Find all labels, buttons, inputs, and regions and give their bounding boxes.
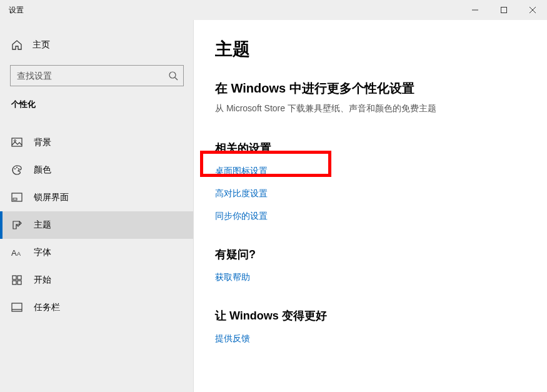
- content: 主题 在 Windows 中进行更多个性化设置 从 Microsoft Stor…: [194, 20, 547, 392]
- svg-point-4: [169, 72, 176, 78]
- image-icon: [11, 137, 23, 148]
- svg-text:A: A: [11, 248, 17, 258]
- sidebar-nav: 背景 颜色 锁屏界面 主题: [0, 129, 194, 321]
- lockscreen-icon: [11, 192, 23, 203]
- sidebar-item-start[interactable]: 开始: [0, 266, 194, 294]
- svg-rect-19: [12, 303, 22, 311]
- high-contrast-settings-link[interactable]: 高对比度设置: [215, 188, 547, 199]
- get-help-link[interactable]: 获取帮助: [215, 272, 547, 283]
- search-box[interactable]: [10, 65, 184, 86]
- sidebar-item-label: 锁屏界面: [34, 192, 69, 203]
- svg-rect-6: [12, 138, 22, 146]
- minimize-button[interactable]: [461, 0, 489, 20]
- close-button[interactable]: [518, 0, 547, 20]
- start-icon: [11, 274, 23, 286]
- svg-point-7: [14, 140, 16, 142]
- sync-settings-link[interactable]: 同步你的设置: [215, 211, 547, 222]
- maximize-button[interactable]: [489, 0, 518, 20]
- sidebar-item-taskbar[interactable]: 任务栏: [0, 294, 194, 321]
- more-settings-subtitle: 从 Microsoft Store 下载兼具壁纸、声音和颜色的免费主题: [215, 103, 547, 114]
- desktop-icon-settings-link[interactable]: 桌面图标设置: [215, 166, 547, 177]
- question-title: 有疑问?: [215, 247, 547, 262]
- sidebar: 主页 个性化 背景 颜色: [0, 20, 194, 392]
- sidebar-item-label: 字体: [34, 247, 51, 258]
- svg-point-10: [18, 168, 19, 169]
- window-controls: [461, 0, 547, 20]
- home-link[interactable]: 主页: [0, 33, 194, 58]
- svg-point-9: [16, 167, 18, 168]
- sidebar-item-lockscreen[interactable]: 锁屏界面: [0, 184, 194, 211]
- font-icon: AA: [11, 247, 23, 258]
- svg-text:A: A: [17, 251, 21, 257]
- theme-icon: [11, 219, 23, 231]
- svg-rect-16: [18, 276, 21, 279]
- svg-rect-15: [13, 276, 16, 279]
- svg-rect-18: [18, 281, 21, 284]
- palette-icon: [11, 164, 23, 176]
- sidebar-item-label: 任务栏: [34, 302, 60, 313]
- search-icon: [168, 71, 178, 81]
- sidebar-item-label: 颜色: [34, 164, 51, 176]
- more-settings-title: 在 Windows 中进行更多个性化设置: [215, 80, 547, 97]
- sidebar-item-themes[interactable]: 主题: [0, 211, 194, 239]
- sidebar-item-label: 开始: [34, 274, 51, 286]
- sidebar-item-colors[interactable]: 颜色: [0, 156, 194, 184]
- svg-rect-17: [13, 281, 16, 284]
- sidebar-item-label: 主题: [34, 219, 51, 231]
- sidebar-item-fonts[interactable]: AA 字体: [0, 239, 194, 266]
- svg-rect-12: [13, 198, 17, 200]
- make-better-title: 让 Windows 变得更好: [215, 308, 547, 323]
- svg-line-5: [175, 78, 178, 80]
- taskbar-icon: [11, 302, 23, 313]
- svg-rect-1: [501, 8, 507, 13]
- search-input[interactable]: [17, 71, 168, 81]
- home-icon: [11, 39, 23, 51]
- sidebar-item-label: 背景: [34, 137, 51, 148]
- sidebar-item-background[interactable]: 背景: [0, 129, 194, 156]
- related-settings-title: 相关的设置: [215, 141, 547, 156]
- titlebar: 设置: [0, 0, 547, 20]
- feedback-link[interactable]: 提供反馈: [215, 333, 547, 344]
- window-title: 设置: [0, 5, 24, 16]
- sidebar-section-title: 个性化: [0, 86, 194, 115]
- svg-point-8: [14, 168, 16, 169]
- page-title: 主题: [215, 38, 547, 61]
- home-label: 主页: [33, 39, 50, 51]
